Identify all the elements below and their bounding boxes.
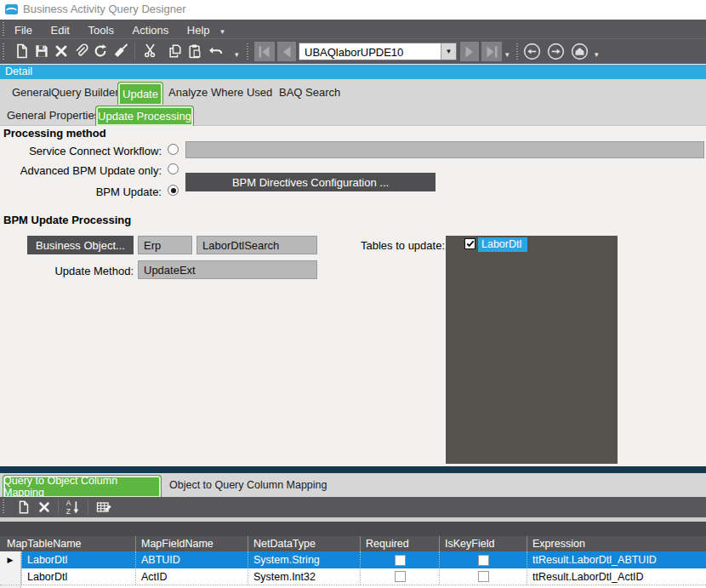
tab-query-builder[interactable]: Query Builder	[51, 79, 118, 105]
cell-iskeyfield[interactable]	[439, 551, 527, 568]
browser-overflow-icon[interactable]: ▾	[595, 51, 599, 59]
nav-grip[interactable]	[247, 43, 248, 60]
previous-record-icon	[282, 46, 292, 58]
update-method-label: Update Method:	[0, 265, 134, 277]
home-button[interactable]	[571, 43, 589, 60]
cell-mapfieldname[interactable]: ABTUID	[135, 551, 248, 568]
new-icon[interactable]	[14, 43, 31, 60]
menu-help[interactable]: Help	[179, 21, 218, 39]
tab-where-used[interactable]: Where Used	[211, 79, 272, 105]
first-record-icon	[258, 46, 271, 58]
browser-grip[interactable]	[516, 43, 518, 60]
menu-grip[interactable]	[3, 22, 4, 36]
edit-overflow-icon[interactable]: ▾	[235, 51, 239, 59]
splitter-bar[interactable]	[0, 466, 706, 473]
nav-overflow-icon[interactable]: ▾	[505, 51, 510, 59]
labordtl-item-label[interactable]: LaborDtl	[478, 237, 527, 252]
back-button[interactable]	[523, 43, 541, 60]
new-row-icon[interactable]	[15, 499, 32, 516]
delete-row-icon[interactable]	[36, 499, 53, 516]
col-expression[interactable]: Expression	[527, 536, 706, 551]
next-record-icon	[464, 46, 475, 58]
clear-icon[interactable]	[111, 43, 129, 60]
tables-to-update-list[interactable]: LaborDtl	[446, 236, 618, 464]
menu-tools[interactable]: Tools	[81, 21, 122, 39]
bpm-processing-title: BPM Update Processing	[3, 214, 131, 226]
mapping-toolbar-grip[interactable]	[3, 500, 4, 515]
required-checkbox[interactable]	[395, 555, 406, 566]
menu-actions[interactable]: Actions	[125, 21, 177, 39]
tab-object-to-query[interactable]: Object to Query Column Mapping	[169, 473, 327, 497]
sub-tab-strip: General Properties Update Processing	[0, 105, 706, 126]
list-item-labordtl[interactable]: LaborDtl	[446, 237, 618, 252]
current-row-arrow-icon: ▶	[8, 556, 14, 564]
cell-required[interactable]	[360, 551, 439, 568]
iskeyfield-checkbox[interactable]	[478, 571, 489, 582]
cell-maptablename[interactable]: LaborDtl	[21, 568, 135, 585]
tab-update[interactable]: Update	[117, 82, 163, 106]
update-method-field: UpdateExt	[138, 260, 317, 279]
col-maptablename[interactable]: MapTableName	[0, 536, 135, 551]
cell-required[interactable]	[360, 568, 439, 585]
cell-expression[interactable]: ttResult.LaborDtl_ActID	[527, 568, 706, 585]
save-icon[interactable]	[33, 43, 50, 60]
cut-icon[interactable]	[141, 43, 159, 60]
service-connect-radio[interactable]	[168, 144, 179, 155]
delete-icon[interactable]	[53, 43, 70, 60]
tab-general[interactable]: General	[12, 79, 51, 105]
copy-icon[interactable]	[167, 43, 184, 60]
refresh-icon[interactable]	[92, 43, 109, 60]
tab-analyze[interactable]: Analyze	[168, 79, 208, 105]
mapping-toolbar: AZ	[0, 497, 706, 517]
last-record-icon	[485, 46, 498, 58]
col-required[interactable]: Required	[360, 536, 439, 551]
combo-dropdown-button[interactable]: ▼	[441, 43, 456, 60]
sort-az-icon[interactable]: AZ	[65, 499, 82, 516]
next-record-button[interactable]	[460, 42, 479, 61]
col-iskeyfield[interactable]: IsKeyField	[439, 536, 527, 551]
paste-icon[interactable]	[186, 43, 203, 60]
tab-baq-search[interactable]: BAQ Search	[279, 79, 340, 105]
tab-update-processing[interactable]: Update Processing	[95, 106, 194, 126]
menu-edit[interactable]: Edit	[43, 21, 77, 39]
col-netdatatype[interactable]: NetDataType	[248, 536, 360, 551]
cell-netdatatype[interactable]: System.String	[248, 551, 360, 568]
processing-method-title: Processing method	[3, 127, 106, 140]
forward-button[interactable]	[547, 43, 565, 60]
required-checkbox[interactable]	[395, 571, 406, 582]
first-record-button[interactable]	[254, 42, 275, 61]
bpm-update-radio[interactable]	[168, 185, 179, 196]
record-id-combo[interactable]: UBAQlaborUPDE10 ▼	[299, 43, 457, 60]
menu-overflow-icon[interactable]: ▾	[220, 27, 225, 36]
cell-netdatatype[interactable]: System.Int32	[248, 568, 360, 585]
app-logo-icon	[5, 3, 18, 15]
cell-iskeyfield[interactable]	[439, 568, 527, 585]
undo-icon[interactable]	[207, 43, 225, 60]
advanced-bpm-radio[interactable]	[168, 163, 179, 174]
bpm-directives-button[interactable]: BPM Directives Configuration ...	[185, 173, 436, 191]
advanced-bpm-label: Advanced BPM Update only:	[0, 164, 162, 177]
cell-maptablename[interactable]: LaborDtl	[21, 551, 135, 568]
grid-header: MapTableName MapFieldName NetDataType Re…	[0, 536, 706, 551]
menu-file[interactable]: File	[7, 21, 40, 39]
chevron-down-icon: ▼	[446, 48, 453, 55]
cell-mapfieldname[interactable]: ActID	[135, 568, 248, 585]
iskeyfield-checkbox[interactable]	[478, 555, 489, 566]
row-selector[interactable]: ▶	[0, 551, 21, 568]
labordtl-checkbox[interactable]	[464, 238, 475, 249]
previous-record-button[interactable]	[277, 42, 296, 61]
main-tab-strip: General Query Builder Update Analyze Whe…	[0, 79, 706, 106]
row-selector[interactable]	[0, 568, 21, 585]
detail-bar: Detail	[0, 65, 706, 79]
attach-icon[interactable]	[72, 43, 89, 60]
business-object-button[interactable]: Business Object...	[27, 236, 134, 254]
last-record-button[interactable]	[481, 42, 502, 61]
table-row[interactable]: ▶ LaborDtl ABTUID System.String ttResult…	[0, 551, 706, 568]
tab-general-properties[interactable]: General Properties	[7, 105, 100, 125]
toolbar-grip[interactable]	[3, 43, 4, 60]
grid-edit-icon[interactable]	[95, 499, 112, 516]
tab-query-to-object[interactable]: Query to Object Column Mapping	[3, 475, 162, 498]
table-row[interactable]: LaborDtl ActID System.Int32 ttResult.Lab…	[0, 568, 706, 585]
col-mapfieldname[interactable]: MapFieldName	[135, 536, 248, 551]
cell-expression[interactable]: ttResult.LaborDtl_ABTUID	[527, 551, 706, 568]
